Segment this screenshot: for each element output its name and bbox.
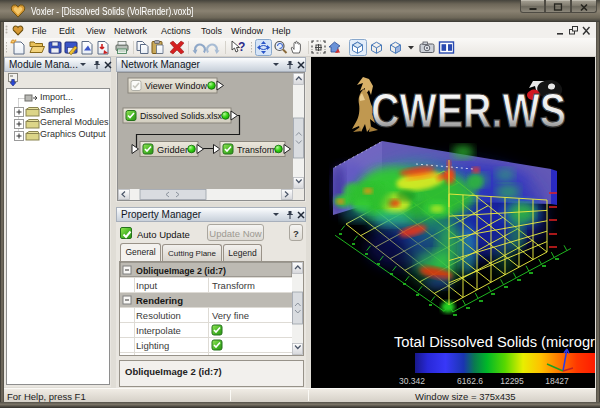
svg-text:CWER.WS: CWER.WS: [371, 84, 566, 137]
svg-text:30.342: 30.342: [399, 376, 425, 386]
svg-text:Interpolate: Interpolate: [136, 325, 181, 336]
svg-text:Viewer Window: Viewer Window: [145, 80, 207, 91]
svg-text:Rendering: Rendering: [136, 295, 183, 306]
svg-text:18427: 18427: [545, 376, 569, 386]
svg-text:Very fine: Very fine: [212, 310, 249, 321]
svg-text:ObliqueImage 2 (id:7): ObliqueImage 2 (id:7): [136, 265, 226, 276]
svg-text:Transform: Transform: [237, 144, 277, 155]
svg-text:Resolution: Resolution: [136, 310, 181, 321]
svg-text:Transform: Transform: [212, 280, 255, 291]
svg-text:Gridder: Gridder: [157, 144, 188, 155]
svg-text:12295: 12295: [500, 376, 524, 386]
svg-text:Lighting: Lighting: [136, 340, 169, 351]
svg-text:6162.6: 6162.6: [457, 376, 483, 386]
svg-text:?: ?: [238, 40, 245, 54]
svg-text:Input: Input: [136, 280, 157, 291]
svg-text:Total Dissolved Solids (microg: Total Dissolved Solids (microgr: [394, 334, 595, 350]
svg-text:Dissolved Solids.xlsx: Dissolved Solids.xlsx: [140, 110, 222, 121]
